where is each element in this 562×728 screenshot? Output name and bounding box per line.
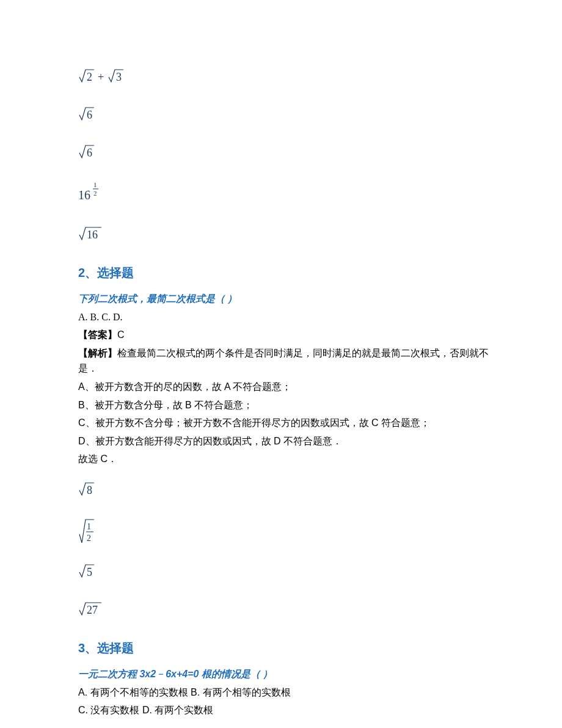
q2-line-d: D、被开方数含能开得尽方的因数或因式，故 D 不符合题意． <box>78 433 489 449</box>
svg-text:5: 5 <box>87 566 92 578</box>
q2-stem: 下列二次根式，最简二次根式是（ ） <box>78 291 489 307</box>
svg-text:2: 2 <box>93 189 97 197</box>
svg-text:6: 6 <box>87 147 92 159</box>
math-expression-sqrt16: 16 <box>78 225 489 243</box>
svg-text:+: + <box>98 71 104 83</box>
svg-text:1: 1 <box>93 181 97 188</box>
svg-text:1: 1 <box>87 522 91 531</box>
q2-line-c: C、被开方数不含分母；被开方数不含能开得尽方的因数或因式，故 C 符合题意； <box>78 415 489 431</box>
q2-line-a: A、被开方数含开的尽的因数，故 A 不符合题意； <box>78 379 489 395</box>
q3-options-line1: A. 有两个不相等的实数根 B. 有两个相等的实数根 <box>78 685 489 700</box>
svg-text:2: 2 <box>87 534 91 543</box>
q3-stem: 一元二次方程 3x2﹣6x+4=0 根的情况是（ ） <box>78 666 489 682</box>
q2-analysis-label: 【解析】 <box>78 348 117 358</box>
svg-text:6: 6 <box>87 109 92 121</box>
math-expression-sqrt6-a: 6 <box>78 105 489 123</box>
q2-answer: 【答案】C <box>78 327 489 343</box>
q2-analysis-text: 检查最简二次根式的两个条件是否同时满足，同时满足的就是最简二次根式，否则就不是． <box>78 348 489 374</box>
math-expression-sqrt5: 5 <box>78 562 489 581</box>
svg-text:16: 16 <box>87 229 98 241</box>
q3-options-line2: C. 没有实数根 D. 有两个实数根 <box>78 702 489 718</box>
math-expression-sqrt2-plus-sqrt3: 2 + 3 <box>78 67 489 86</box>
q2-conclusion: 故选 C． <box>78 451 489 467</box>
q3-heading: 3、选择题 <box>78 638 489 658</box>
svg-text:8: 8 <box>87 484 92 496</box>
q2-answer-value: C <box>117 329 125 340</box>
svg-text:3: 3 <box>116 71 122 83</box>
svg-text:2: 2 <box>87 71 92 83</box>
math-expression-16-half: 16 1 2 <box>78 181 489 205</box>
q2-analysis: 【解析】检查最简二次根式的两个条件是否同时满足，同时满足的就是最简二次根式，否则… <box>78 345 489 377</box>
q2-options: A. B. C. D. <box>78 309 489 325</box>
math-expression-sqrt8: 8 <box>78 480 489 499</box>
q2-heading: 2、选择题 <box>78 263 489 282</box>
q2-line-b: B、被开方数含分母，故 B 不符合题意； <box>78 397 489 413</box>
math-expression-sqrt27: 27 <box>78 600 489 619</box>
math-expression-sqrt6-b: 6 <box>78 143 489 161</box>
math-expression-sqrt-half: 1 2 <box>78 518 489 543</box>
q2-answer-label: 【答案】 <box>78 329 117 340</box>
svg-text:16: 16 <box>78 188 90 202</box>
svg-text:27: 27 <box>87 604 98 616</box>
